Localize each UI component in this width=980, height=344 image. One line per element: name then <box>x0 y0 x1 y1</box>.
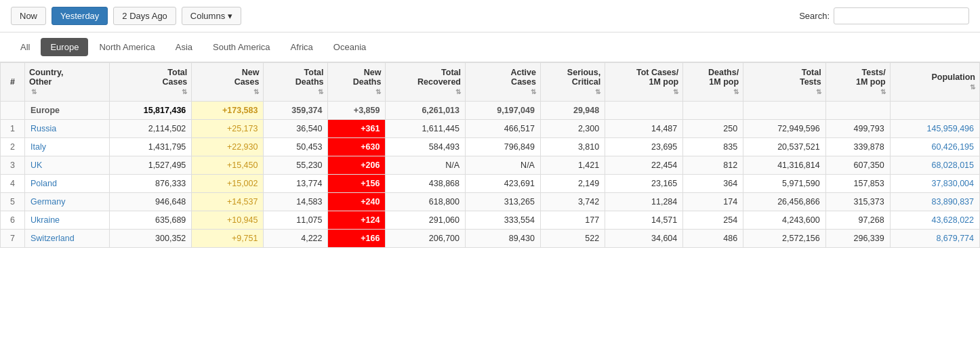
row-6-cell-11: 2,572,156 <box>743 230 826 248</box>
row-0-cell-5: +361 <box>328 120 386 138</box>
sort-icon-3[interactable]: ⇅ <box>253 88 259 95</box>
row-2-cell-1[interactable]: UK <box>25 156 110 175</box>
col-header-9[interactable]: Tot Cases/1M pop⇅ <box>605 63 683 102</box>
sort-icon-7[interactable]: ⇅ <box>531 88 536 95</box>
sort-icon-8[interactable]: ⇅ <box>595 88 600 95</box>
region-tab-all[interactable]: All <box>11 38 39 56</box>
table-row: 5Germany946,648+14,53714,583+240618,8003… <box>1 193 980 211</box>
search-input[interactable] <box>834 7 969 24</box>
col-header-10[interactable]: Deaths/1M pop⇅ <box>683 63 743 102</box>
col-header-4[interactable]: TotalDeaths⇅ <box>264 63 328 102</box>
row-3-cell-12: 157,853 <box>825 175 890 193</box>
table-row: 6Ukraine635,689+10,94511,075+124291,0603… <box>1 211 980 230</box>
row-3-cell-5: +156 <box>328 175 386 193</box>
row-4-cell-6: 618,800 <box>386 193 466 211</box>
now-button[interactable]: Now <box>11 7 46 25</box>
region-tab-asia[interactable]: Asia <box>166 38 202 56</box>
search-area: Search: <box>799 7 969 24</box>
row-6-cell-6: 206,700 <box>386 230 466 248</box>
row-4-cell-9: 11,284 <box>605 193 683 211</box>
row-3-cell-1[interactable]: Poland <box>25 175 110 193</box>
row-0-cell-9: 14,487 <box>605 120 683 138</box>
row-3-cell-13: 37,830,004 <box>890 175 979 193</box>
summary-cell-3: +173,583 <box>192 102 264 120</box>
row-4-cell-1[interactable]: Germany <box>25 193 110 211</box>
col-header-1[interactable]: Country,Other⇅ <box>25 63 110 102</box>
yesterday-button[interactable]: Yesterday <box>52 7 108 25</box>
sort-icon-1[interactable]: ⇅ <box>31 88 37 95</box>
row-5-cell-3: +10,945 <box>192 211 264 230</box>
row-1-cell-1[interactable]: Italy <box>25 138 110 156</box>
sort-icon-12[interactable]: ⇅ <box>880 88 886 95</box>
region-tab-europe[interactable]: Europe <box>41 38 88 56</box>
region-tab-oceania[interactable]: Oceania <box>324 38 375 56</box>
row-4-cell-13: 83,890,837 <box>890 193 979 211</box>
data-table: #Country,Other⇅TotalCases⇅NewCases⇅Total… <box>0 62 980 248</box>
row-4-cell-5: +240 <box>328 193 386 211</box>
row-4-cell-11: 26,456,866 <box>743 193 826 211</box>
sort-icon-11[interactable]: ⇅ <box>816 88 821 95</box>
sort-icon-9[interactable]: ⇅ <box>673 88 678 95</box>
row-5-cell-13: 43,628,022 <box>890 211 979 230</box>
sort-icon-6[interactable]: ⇅ <box>455 88 461 95</box>
col-header-6[interactable]: TotalRecovered⇅ <box>386 63 466 102</box>
region-tab-africa[interactable]: Africa <box>281 38 323 56</box>
row-5-cell-5: +124 <box>328 211 386 230</box>
table-body: Europe15,817,436+173,583359,374+3,8596,2… <box>1 102 980 248</box>
col-header-2[interactable]: TotalCases⇅ <box>109 63 192 102</box>
row-4-cell-4: 14,583 <box>264 193 328 211</box>
2days-button[interactable]: 2 Days Ago <box>113 7 176 25</box>
region-tabs: AllEuropeNorth AmericaAsiaSouth AmericaA… <box>0 33 980 62</box>
row-5-cell-10: 254 <box>683 211 743 230</box>
col-header-12[interactable]: Tests/1M pop⇅ <box>825 63 890 102</box>
row-1-cell-2: 1,431,795 <box>109 138 192 156</box>
sort-icon-2[interactable]: ⇅ <box>182 88 187 95</box>
chevron-down-icon: ▾ <box>228 11 232 21</box>
row-4-cell-12: 315,373 <box>825 193 890 211</box>
row-3-cell-9: 23,165 <box>605 175 683 193</box>
row-1-cell-12: 339,878 <box>825 138 890 156</box>
col-header-13[interactable]: Population⇅ <box>890 63 979 102</box>
row-6-cell-3: +9,751 <box>192 230 264 248</box>
row-6-cell-9: 34,604 <box>605 230 683 248</box>
summary-cell-10 <box>683 102 743 120</box>
row-1-cell-10: 835 <box>683 138 743 156</box>
region-tab-south-america[interactable]: South America <box>203 38 280 56</box>
row-5-cell-6: 291,060 <box>386 211 466 230</box>
row-2-cell-13: 68,028,015 <box>890 156 979 175</box>
row-1-cell-11: 20,537,521 <box>743 138 826 156</box>
col-header-8[interactable]: Serious,Critical⇅ <box>540 63 605 102</box>
summary-cell-2: 15,817,436 <box>109 102 192 120</box>
row-3-cell-3: +15,002 <box>192 175 264 193</box>
col-header-3[interactable]: NewCases⇅ <box>192 63 264 102</box>
row-3-cell-2: 876,333 <box>109 175 192 193</box>
row-3-cell-11: 5,971,590 <box>743 175 826 193</box>
row-4-cell-2: 946,648 <box>109 193 192 211</box>
col-header-5[interactable]: NewDeaths⇅ <box>328 63 386 102</box>
col-header-0[interactable]: # <box>1 63 25 102</box>
sort-icon-13[interactable]: ⇅ <box>970 83 975 91</box>
row-2-cell-12: 607,350 <box>825 156 890 175</box>
row-2-cell-0: 3 <box>1 156 25 175</box>
table-row: 2Italy1,431,795+22,93050,453+630584,4937… <box>1 138 980 156</box>
table-row: 3UK1,527,495+15,45055,230+206N/AN/A1,421… <box>1 156 980 175</box>
row-5-cell-1[interactable]: Ukraine <box>25 211 110 230</box>
col-header-11[interactable]: TotalTests⇅ <box>743 63 826 102</box>
sort-icon-4[interactable]: ⇅ <box>318 88 323 95</box>
table-row: 7Switzerland300,352+9,7514,222+166206,70… <box>1 230 980 248</box>
columns-button[interactable]: Columns ▾ <box>182 7 241 25</box>
row-1-cell-3: +22,930 <box>192 138 264 156</box>
row-4-cell-7: 313,265 <box>466 193 541 211</box>
row-3-cell-8: 2,149 <box>540 175 605 193</box>
row-2-cell-8: 1,421 <box>540 156 605 175</box>
sort-icon-5[interactable]: ⇅ <box>375 88 381 95</box>
row-0-cell-1[interactable]: Russia <box>25 120 110 138</box>
row-5-cell-0: 6 <box>1 211 25 230</box>
row-6-cell-1[interactable]: Switzerland <box>25 230 110 248</box>
region-tab-north-america[interactable]: North America <box>89 38 164 56</box>
summary-cell-6: 6,261,013 <box>386 102 466 120</box>
sort-icon-10[interactable]: ⇅ <box>733 88 739 95</box>
col-header-7[interactable]: ActiveCases⇅ <box>466 63 541 102</box>
row-6-cell-13: 8,679,774 <box>890 230 979 248</box>
row-2-cell-2: 1,527,495 <box>109 156 192 175</box>
